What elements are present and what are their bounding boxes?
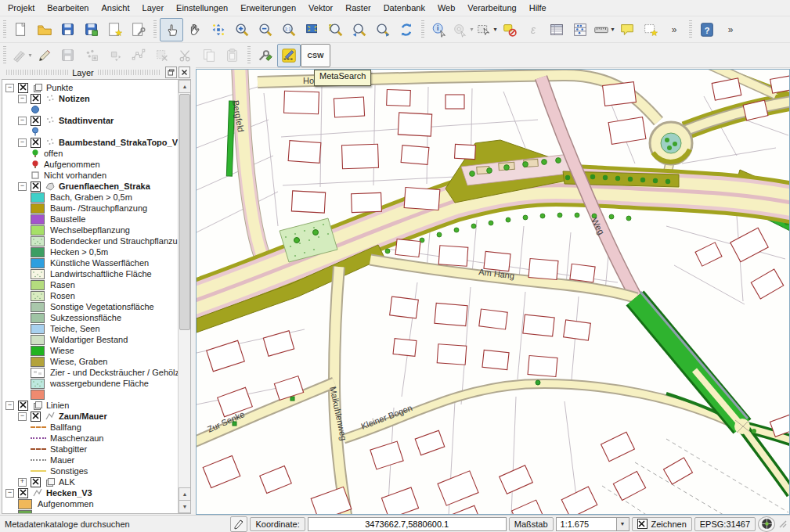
legend-row[interactable]: Sonstiges: [2, 466, 190, 476]
render-checkbox[interactable]: [637, 519, 648, 529]
layer-checkbox[interactable]: [31, 182, 41, 192]
zoom-out-button[interactable]: [254, 18, 277, 41]
zoom-in-button[interactable]: [230, 18, 254, 41]
layer-checkbox[interactable]: [18, 401, 28, 411]
help-contents-button[interactable]: ?: [695, 18, 719, 41]
legend-row[interactable]: Wiese, Graben: [2, 356, 190, 367]
csw-button[interactable]: CSW: [301, 44, 330, 67]
deselect-features-button[interactable]: [498, 18, 521, 41]
collapse-icon[interactable]: −: [18, 412, 27, 421]
open-project-button[interactable]: [33, 18, 56, 41]
layer-checkbox[interactable]: [31, 138, 41, 148]
collapse-icon[interactable]: −: [18, 117, 27, 125]
layer-checkbox[interactable]: [18, 488, 28, 498]
legend-row[interactable]: Aufgenommen: [2, 498, 190, 509]
menu-einstellungen[interactable]: Einstellungen: [170, 1, 234, 15]
legend-row[interactable]: [2, 104, 190, 115]
legend-row[interactable]: Teiche, Seen: [2, 323, 190, 334]
collapse-icon[interactable]: −: [18, 95, 27, 103]
select-by-expression-button[interactable]: ε: [521, 18, 545, 41]
zoom-to-selection-button[interactable]: [324, 18, 348, 41]
layer-group-row[interactable]: +ALK: [2, 476, 190, 487]
run-feature-action-button[interactable]: ▾: [451, 18, 474, 41]
layer-row[interactable]: −Baumbestand_StrakaTopo_V2: [2, 137, 190, 148]
select-features-button[interactable]: ▾: [474, 18, 498, 41]
menu-ansicht[interactable]: Ansicht: [95, 1, 135, 15]
open-attribute-table-button[interactable]: [545, 18, 568, 41]
scrollbar-up-button[interactable]: ▲: [179, 80, 191, 93]
collapse-icon[interactable]: −: [5, 489, 14, 498]
toolbar-overflow-2-button[interactable]: »: [719, 18, 742, 41]
menu-vektor[interactable]: Vektor: [302, 1, 339, 15]
legend-row[interactable]: Rosen: [2, 290, 190, 301]
new-print-composer-button[interactable]: [103, 18, 127, 41]
chevron-down-icon[interactable]: ▾: [470, 26, 473, 33]
chevron-down-icon[interactable]: ▾: [611, 26, 614, 33]
menu-raster[interactable]: Raster: [339, 1, 377, 15]
identify-features-button[interactable]: i: [427, 18, 451, 41]
menu-web[interactable]: Web: [431, 1, 461, 15]
composer-manager-button[interactable]: [127, 18, 150, 41]
add-feature-button[interactable]: [80, 44, 103, 67]
toggle-editing-button[interactable]: [33, 44, 56, 67]
collapse-icon[interactable]: −: [5, 401, 14, 410]
layer-row[interactable]: −Notizen: [2, 93, 190, 104]
zoom-full-extent-button[interactable]: [301, 18, 324, 41]
scale-combobox[interactable]: 1:1.675 ▼: [556, 517, 629, 531]
map-canvas[interactable]: Hoh Bergfeld Am Hang Weg Zur Senke Maiku…: [196, 69, 790, 515]
layer-row[interactable]: −Gruenflaechen_Straka: [2, 181, 190, 192]
legend-row[interactable]: Ballfang: [2, 422, 190, 433]
layer-row[interactable]: −Zaun/Mauer: [2, 411, 190, 422]
legend-row[interactable]: Zier - und Decksträucher / Gehölz...: [2, 367, 190, 378]
new-project-button[interactable]: [9, 18, 33, 41]
scrollbar-thumb[interactable]: [179, 94, 190, 330]
collapse-icon[interactable]: −: [18, 182, 27, 191]
pan-map-button[interactable]: [183, 18, 207, 41]
legend-row[interactable]: wassergebundene Fläche: [2, 378, 190, 389]
legend-row[interactable]: Mauer: [2, 455, 190, 466]
panel-close-button[interactable]: [179, 66, 190, 78]
menu-datenbank[interactable]: Datenbank: [377, 1, 431, 15]
move-feature-button[interactable]: [103, 44, 127, 67]
legend-row[interactable]: Wechselbepflanzung: [2, 225, 190, 235]
layer-group-row[interactable]: −Punkte: [2, 82, 190, 93]
legend-row[interactable]: Waldartiger Bestand: [2, 334, 190, 345]
statistical-summary-button[interactable]: [568, 18, 592, 41]
menu-hilfe[interactable]: Hilfe: [523, 1, 553, 15]
legend-row[interactable]: Bach, Graben > 0,5m: [2, 192, 190, 203]
node-tool-button[interactable]: [127, 44, 150, 67]
scrollbar-up-button-2[interactable]: ▲: [179, 487, 191, 501]
map-tips-button[interactable]: [615, 18, 639, 41]
pan-to-selection-button[interactable]: [207, 18, 230, 41]
layer-checkbox[interactable]: [31, 412, 41, 422]
panel-float-button[interactable]: [165, 66, 177, 78]
layer-group-row[interactable]: −Linien: [2, 400, 190, 411]
legend-row[interactable]: Nicht vorhanden: [2, 170, 190, 181]
processing-toolbox-button[interactable]: [254, 44, 277, 67]
layer-tree-scrollbar[interactable]: ▲ ▲ ▼: [178, 80, 190, 513]
chevron-down-icon[interactable]: ▾: [493, 26, 496, 33]
legend-row[interactable]: Maschenzaun: [2, 433, 190, 444]
legend-row[interactable]: offen: [2, 148, 190, 159]
crs-button[interactable]: [758, 516, 775, 532]
coordinate-input[interactable]: [308, 518, 506, 530]
render-toggle[interactable]: Zeichnen: [632, 517, 692, 531]
chevron-down-icon[interactable]: ▼: [616, 518, 629, 530]
scrollbar-down-button[interactable]: ▼: [179, 500, 191, 513]
legend-row[interactable]: Baum- /Strauchpflanzung: [2, 203, 190, 214]
legend-row[interactable]: [2, 126, 190, 137]
legend-row[interactable]: [2, 389, 190, 400]
metasearch-button[interactable]: [277, 44, 301, 67]
copy-features-button[interactable]: [197, 44, 221, 67]
cut-features-button[interactable]: [174, 44, 197, 67]
expand-icon[interactable]: +: [18, 478, 27, 487]
legend-row[interactable]: Rasen: [2, 279, 190, 290]
menu-projekt[interactable]: Projekt: [2, 1, 41, 15]
new-bookmark-button[interactable]: [639, 18, 662, 41]
layer-checkbox[interactable]: [18, 83, 28, 93]
legend-row[interactable]: Hecken > 0,5m: [2, 246, 190, 257]
menu-verarbeitung[interactable]: Verarbeitung: [461, 1, 522, 15]
legend-row[interactable]: Baustelle: [2, 214, 190, 225]
refresh-map-button[interactable]: [395, 18, 418, 41]
menu-layer[interactable]: Layer: [136, 1, 171, 15]
